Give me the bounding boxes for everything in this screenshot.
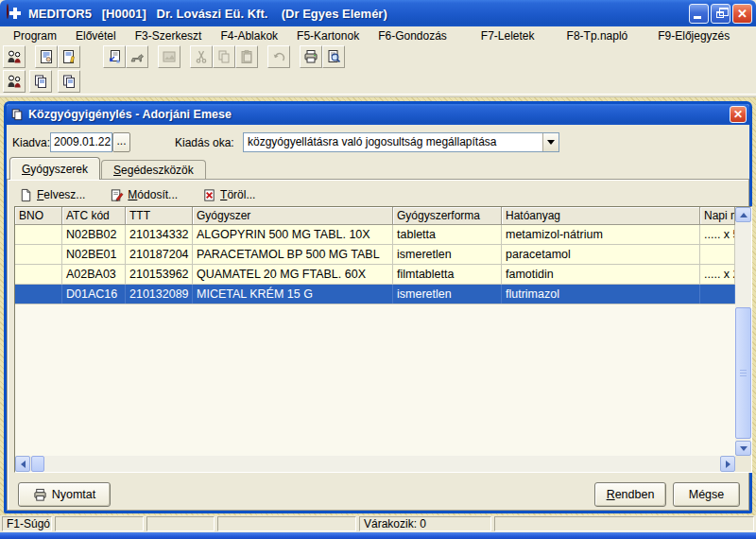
toolbar-row1 bbox=[0, 44, 756, 69]
delete-record-button[interactable]: Töröl... bbox=[197, 186, 261, 204]
status-cell bbox=[494, 516, 754, 531]
column-header-gyogyszer: Gyógyszer bbox=[193, 207, 393, 225]
reason-label: Kiadás oka: bbox=[175, 136, 234, 149]
record-actions: Felvesz... Módosít... Töröl... bbox=[13, 183, 274, 206]
column-header-bno: BNO bbox=[15, 207, 62, 225]
menu-lezar: F10-Lezár bbox=[752, 27, 756, 44]
menu-leletek[interactable]: F7-Leletek bbox=[472, 27, 544, 44]
cut-icon bbox=[190, 45, 213, 68]
menu-ablakok[interactable]: F4-Ablakok bbox=[211, 27, 287, 44]
close-button[interactable]: ✕ bbox=[732, 4, 752, 24]
app-icon bbox=[7, 5, 24, 22]
dialog-close-button[interactable]: ✕ bbox=[730, 106, 747, 123]
minimize-button[interactable] bbox=[689, 4, 709, 24]
tab-strip: Gyógyszerek Segédeszközök bbox=[9, 157, 207, 180]
print-preview-icon[interactable] bbox=[322, 45, 345, 68]
pages-icon bbox=[10, 108, 24, 121]
edit-icon bbox=[110, 188, 124, 202]
undo-icon bbox=[267, 45, 290, 68]
scroll-up-icon[interactable] bbox=[735, 207, 751, 222]
new-record-icon[interactable] bbox=[58, 45, 80, 68]
reason-value: közgyógyellátásra való jogosultság megál… bbox=[244, 133, 542, 151]
issued-date-input[interactable]: 2009.01.22 bbox=[50, 132, 112, 152]
status-waiting: Várakozik: 0 bbox=[359, 516, 491, 531]
print-button[interactable]: Nyomtat bbox=[18, 482, 111, 507]
add-record-button[interactable]: Felvesz... bbox=[13, 186, 91, 204]
horizontal-scrollbar[interactable] bbox=[15, 456, 735, 472]
reason-combobox[interactable]: közgyógyellátásra való jogosultság megál… bbox=[243, 132, 559, 152]
copy-icon bbox=[213, 45, 235, 68]
window-title: MEDITOR5 [H0001] Dr. Lovászi Eü. Kft. (D… bbox=[28, 7, 689, 21]
table-row-selected[interactable]: D01AC16 210132089 MICETAL KRÉM 15 G isme… bbox=[15, 285, 735, 304]
new-document-icon bbox=[19, 188, 33, 202]
scrollbar-corner bbox=[735, 456, 751, 472]
vertical-scrollbar[interactable] bbox=[735, 207, 751, 456]
printer-icon bbox=[33, 488, 47, 502]
column-header-hatoanyag: Hatóanyag bbox=[502, 207, 700, 225]
menu-program[interactable]: Program bbox=[4, 27, 66, 44]
patient-record-icon[interactable] bbox=[35, 45, 58, 68]
horizontal-scroll-thumb[interactable] bbox=[31, 456, 44, 472]
column-header-napi: Napi m bbox=[700, 207, 735, 225]
edit-record-button[interactable]: Módosít... bbox=[104, 186, 183, 204]
column-header-forma: Gyógyszerforma bbox=[393, 207, 502, 225]
tab-panel: Felvesz... Módosít... Töröl... bbox=[7, 179, 749, 511]
tab-segedeszkozok[interactable]: Segédeszközök bbox=[101, 160, 206, 180]
status-help: F1-Súgó bbox=[2, 516, 52, 531]
status-bar: F1-Súgó Várakozik: 0 bbox=[0, 515, 756, 532]
vertical-scroll-thumb[interactable] bbox=[735, 307, 751, 439]
delete-icon bbox=[202, 188, 216, 202]
taskbar-edge bbox=[0, 532, 756, 539]
menu-kartonok[interactable]: F5-Kartonok bbox=[287, 27, 369, 44]
scroll-left-icon[interactable] bbox=[15, 456, 30, 472]
menu-tpnaplo[interactable]: F8-Tp.napló bbox=[558, 27, 638, 44]
pages-icon[interactable] bbox=[29, 70, 52, 93]
toolbar-row2 bbox=[0, 69, 756, 94]
scroll-right-icon[interactable] bbox=[720, 456, 735, 472]
status-cell bbox=[217, 516, 356, 531]
chevron-down-icon[interactable] bbox=[542, 133, 558, 151]
menu-elojegyzes[interactable]: F9-Előjegyzés bbox=[648, 27, 739, 44]
menu-gondozas[interactable]: F6-Gondozás bbox=[369, 27, 456, 44]
kozgyogy-dialog: Közgyógyigénylés - Adorjáni Emese ✕ Kiad… bbox=[4, 101, 752, 513]
menu-bar: Program Elővétel F3-Szerkeszt F4-Ablakok… bbox=[0, 26, 756, 44]
medication-table: BNO ATC kód TTT Gyógyszer Gyógyszerforma… bbox=[14, 206, 752, 473]
column-header-atc: ATC kód bbox=[62, 207, 126, 225]
table-row[interactable]: A02BA03 210153962 QUAMATEL 20 MG FTABL. … bbox=[15, 265, 735, 285]
patients-icon[interactable] bbox=[3, 45, 26, 68]
table-row[interactable]: N02BB02 210134332 ALGOPYRIN 500 MG TABL.… bbox=[15, 225, 735, 245]
menu-elovetel[interactable]: Elővétel bbox=[66, 27, 126, 44]
tab-gyogyszerek[interactable]: Gyógyszerek bbox=[9, 157, 100, 180]
status-cell bbox=[146, 516, 215, 531]
paste-icon bbox=[235, 45, 258, 68]
status-cell bbox=[55, 516, 144, 531]
restore-button[interactable] bbox=[711, 4, 730, 24]
scroll-down-icon[interactable] bbox=[735, 441, 751, 456]
date-browse-button[interactable]: ... bbox=[112, 132, 130, 152]
column-header-ttt: TTT bbox=[126, 207, 193, 225]
print-icon[interactable] bbox=[300, 45, 322, 68]
image-icon bbox=[158, 45, 180, 68]
issued-label: Kiadva: bbox=[12, 136, 50, 149]
dog-icon[interactable] bbox=[126, 45, 148, 68]
window-titlebar: MEDITOR5 [H0001] Dr. Lovászi Eü. Kft. (D… bbox=[0, 0, 756, 26]
mdi-background: Közgyógyigénylés - Adorjáni Emese ✕ Kiad… bbox=[0, 97, 756, 515]
table-row[interactable]: N02BE01 210187204 PARACETAMOL BP 500 MG … bbox=[15, 245, 735, 265]
cancel-button[interactable]: Mégse bbox=[673, 482, 740, 507]
menu-szerkeszt[interactable]: F3-Szerkeszt bbox=[126, 27, 212, 44]
dialog-titlebar: Közgyógyigénylés - Adorjáni Emese ✕ bbox=[7, 104, 749, 125]
pages-icon[interactable] bbox=[58, 70, 80, 93]
dialog-title: Közgyógyigénylés - Adorjáni Emese bbox=[28, 108, 730, 121]
export-icon[interactable] bbox=[103, 45, 126, 68]
patients-icon[interactable] bbox=[3, 70, 26, 93]
ok-button[interactable]: Rendben bbox=[594, 482, 666, 507]
table-header: BNO ATC kód TTT Gyógyszer Gyógyszerforma… bbox=[15, 207, 735, 225]
